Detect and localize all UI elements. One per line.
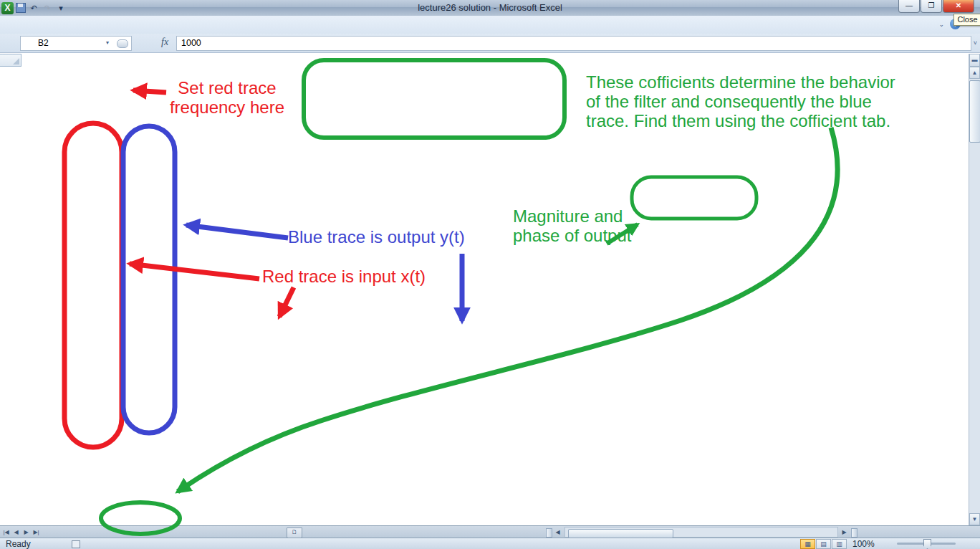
zoom-level[interactable]: 100% [852,539,875,549]
page-layout-view-button[interactable]: ▤ [816,539,831,549]
annotation-magnitude-phase: Magniture and phase of output [513,206,631,245]
vertical-scroll-thumb[interactable] [969,80,980,143]
tab-prev-icon[interactable]: ◀ [11,527,21,537]
name-box-dropdown-icon[interactable]: ▾ [102,36,113,49]
restore-button[interactable]: ❐ [921,0,942,13]
green-arrow-to-phase-gain [607,224,638,244]
close-button[interactable]: ✕ [943,0,974,13]
annotation-set-frequency: Set red trace frequency here [159,78,295,117]
normal-view-button[interactable]: ▦ [800,539,815,549]
vertical-split-handle[interactable]: ▬ [969,54,980,67]
annotation-coefficients: These cofficients determine the behavior… [586,72,895,130]
annotation-blue-trace: Blue trace is output y(t) [288,227,465,247]
chart[interactable] [216,255,980,525]
green-box-phase-gain [632,177,756,219]
status-bar: Ready ▦ ▤ ▥ 100% − + [0,538,980,549]
hscroll-right-icon[interactable]: ▶ [840,527,849,537]
excel-logo-icon[interactable]: X [1,2,14,14]
scroll-up-icon[interactable]: ▲ [969,67,980,79]
undo-icon[interactable]: ↶ [28,2,39,14]
page-break-view-button[interactable]: ▥ [832,539,847,549]
title-bar: X ↶ ↷ ▾ lecture26 solution - Microsoft E… [0,0,980,16]
insert-worksheet-icon[interactable]: 🗋 [287,527,302,538]
horizontal-scrollbar[interactable] [565,527,838,538]
macro-record-icon[interactable] [72,540,80,548]
red-oval-input-column [64,123,122,447]
tab-split-handle[interactable] [546,528,552,538]
formula-input[interactable]: 1000 [176,36,971,51]
quick-access-toolbar: X ↶ ↷ ▾ [1,1,67,15]
minimize-button[interactable]: — [898,0,920,13]
status-ready: Ready [6,539,31,549]
tab-first-icon[interactable]: |◀ [1,527,11,537]
blue-arrow-to-output-column [186,225,288,238]
red-arrow-to-freq-cell [133,90,166,92]
tab-last-icon[interactable]: ▶| [32,527,41,537]
formula-bar: B2 ▾ fx 1000 ˅ [0,34,980,53]
close-tooltip: Close [953,14,980,26]
ribbon-tab-bar: ⌄ ? — [0,16,980,34]
tab-next-icon[interactable]: ▶ [21,527,31,537]
select-all-corner[interactable] [0,54,21,67]
hscroll-left-icon[interactable]: ◀ [553,527,562,537]
green-box-bilinear [304,60,565,138]
excel-window: X ↶ ↷ ▾ lecture26 solution - Microsoft E… [0,0,980,549]
formula-bar-expand-icon[interactable]: ˅ [974,39,977,47]
name-box[interactable]: B2 [20,36,132,51]
window-title: lecture26 solution - Microsoft Excel [143,2,837,13]
blue-oval-output-column [123,126,175,433]
redo-icon: ↷ [42,2,53,14]
formula-bar-splitter[interactable] [117,39,128,48]
ribbon-collapse-icon[interactable]: ⌄ [938,21,944,28]
hscroll-split-handle[interactable] [851,528,858,538]
save-icon[interactable] [16,3,26,13]
sheet-tab-strip: |◀ ◀ ▶ ▶| 🗋 ◀ ▶ [0,525,980,538]
qat-customize-icon[interactable]: ▾ [55,2,67,14]
insert-function-icon[interactable]: fx [161,37,168,48]
